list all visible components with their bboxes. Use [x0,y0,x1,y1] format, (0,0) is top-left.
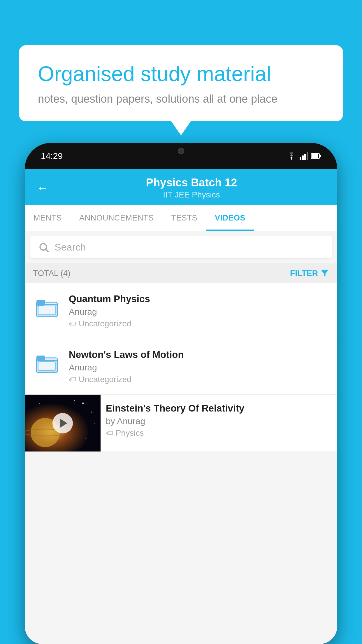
time-display: 14:29 [41,151,63,161]
svg-rect-12 [36,300,45,306]
svg-point-21 [74,400,75,401]
tag-icon: 🏷 [69,319,76,328]
tab-videos[interactable]: VIDEOS [206,205,254,231]
folder-icon [35,351,59,375]
svg-rect-16 [36,356,45,361]
svg-line-9 [46,249,48,252]
svg-point-24 [39,403,40,404]
item-thumbnail [33,349,61,377]
header-title-block: Physics Batch 12 IIT JEE Physics [57,176,326,200]
tag-icon: 🏷 [106,429,113,438]
svg-point-23 [86,438,87,439]
svg-rect-6 [312,154,318,158]
back-button[interactable]: ← [36,182,49,194]
video-tag: 🏷 Uncategorized [69,375,329,384]
play-button[interactable] [52,413,73,433]
tag-icon: 🏷 [69,375,76,384]
app-header: ← Physics Batch 12 IIT JEE Physics [25,169,337,205]
speech-bubble-section: Organised study material notes, question… [19,45,343,121]
headline: Organised study material [38,61,324,86]
svg-point-0 [291,158,292,160]
video-author: Anurag [69,363,329,372]
svg-point-8 [40,244,46,250]
item-thumbnail [33,293,61,321]
play-triangle-icon [60,419,67,428]
video-tag: 🏷 Uncategorized [69,319,329,328]
svg-point-20 [91,412,92,413]
phone-frame: 14:29 [25,143,337,644]
app-screen: ← Physics Batch 12 IIT JEE Physics MENTS… [25,169,337,644]
svg-rect-1 [300,157,301,160]
subtext: notes, question papers, solutions all at… [38,93,324,105]
video-author: Anurag [69,307,329,317]
front-camera [178,148,184,154]
item-info: Einstein's Theory Of Relativity by Anura… [101,395,337,446]
svg-point-19 [82,402,84,404]
video-title: Quantum Physics [69,293,329,304]
battery-icon [311,153,321,159]
einstein-thumbnail [25,395,101,452]
item-info: Quantum Physics Anurag 🏷 Uncategorized [69,293,329,328]
search-bar[interactable]: Search [30,236,332,258]
folder-icon [35,296,59,319]
filter-button[interactable]: FILTER [290,269,329,278]
list-item[interactable]: Einstein's Theory Of Relativity by Anura… [25,395,337,452]
header-subtitle: IIT JEE Physics [57,190,326,200]
tab-ments[interactable]: MENTS [25,205,71,231]
video-title: Newton's Laws of Motion [69,349,329,360]
header-title: Physics Batch 12 [57,176,326,189]
item-info: Newton's Laws of Motion Anurag 🏷 Uncateg… [69,349,329,384]
list-item[interactable]: Newton's Laws of Motion Anurag 🏷 Uncateg… [25,339,337,395]
wifi-icon [286,152,297,160]
list-item[interactable]: Quantum Physics Anurag 🏷 Uncategorized [25,283,337,339]
filter-bar: TOTAL (4) FILTER [25,263,337,283]
tab-announcements[interactable]: ANNOUNCEMENTS [71,205,163,231]
svg-rect-17 [38,362,56,370]
tab-bar: MENTS ANNOUNCEMENTS TESTS VIDEOS [25,205,337,231]
phone-notch [152,143,210,159]
video-author: by Anurag [106,416,332,426]
status-icons [286,152,321,160]
signal-icon [300,152,308,160]
search-icon [38,242,49,253]
status-bar: 14:29 [25,143,337,169]
video-title: Einstein's Theory Of Relativity [106,403,332,414]
speech-bubble: Organised study material notes, question… [19,45,343,121]
svg-rect-4 [307,152,308,160]
svg-rect-7 [320,155,321,157]
search-placeholder: Search [55,242,86,253]
svg-point-22 [94,424,95,424]
total-count: TOTAL (4) [33,269,71,278]
svg-rect-13 [38,306,56,315]
svg-rect-2 [302,155,304,160]
video-list: Quantum Physics Anurag 🏷 Uncategorized [25,283,337,452]
svg-point-25 [48,397,48,398]
svg-rect-3 [304,154,306,160]
tab-tests[interactable]: TESTS [163,205,206,231]
video-tag: 🏷 Physics [106,428,332,438]
filter-funnel-icon [320,269,329,278]
